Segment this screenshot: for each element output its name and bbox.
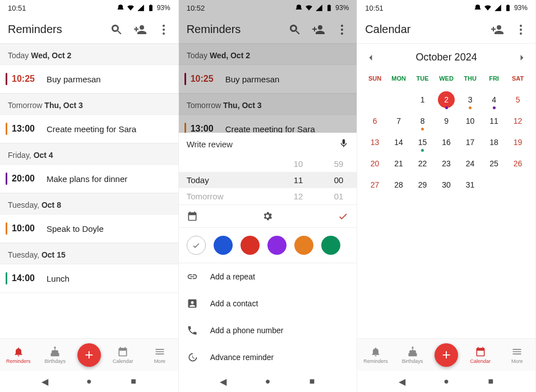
- option-row[interactable]: Add a repeat: [179, 263, 357, 290]
- calendar-day[interactable]: 25: [482, 153, 506, 174]
- calendar-day[interactable]: 21: [387, 153, 411, 174]
- calendar-day[interactable]: 5: [506, 89, 530, 110]
- reminder-item[interactable]: 10:25Buy parmesan: [0, 65, 178, 94]
- calendar-day[interactable]: 19: [506, 132, 530, 153]
- nav-reminders[interactable]: Reminders: [361, 346, 390, 364]
- calendar-day[interactable]: 3: [458, 89, 482, 110]
- option-row[interactable]: Advance reminder: [179, 344, 357, 371]
- calendar-day[interactable]: 31: [458, 174, 482, 195]
- search-icon[interactable]: [110, 23, 123, 36]
- reminder-list[interactable]: Today Wed, Oct 210:25Buy parmesanTomorro…: [0, 44, 178, 338]
- color-option[interactable]: [321, 236, 340, 255]
- reminder-item[interactable]: 14:00Lunch: [0, 264, 178, 293]
- calendar-day[interactable]: 13: [363, 132, 387, 153]
- search-icon[interactable]: [288, 23, 302, 36]
- add-contact-icon[interactable]: [491, 23, 504, 36]
- nav-calendar[interactable]: Calendar: [466, 346, 495, 364]
- calendar-day[interactable]: 29: [410, 174, 435, 195]
- calendar-day[interactable]: 11: [482, 110, 506, 132]
- calendar-day[interactable]: 6: [363, 110, 387, 132]
- time-wheel-row[interactable]: Tomorrow1201: [179, 188, 357, 204]
- color-option[interactable]: [187, 236, 206, 255]
- reminder-item[interactable]: 13:00Create meeting for Sara: [0, 115, 178, 143]
- color-option[interactable]: [214, 236, 233, 255]
- nav-birthdays[interactable]: Birthdays: [40, 346, 70, 364]
- mic-icon[interactable]: [339, 138, 349, 150]
- settings-icon[interactable]: [262, 211, 273, 222]
- nav-birthdays[interactable]: Birthdays: [398, 346, 427, 364]
- fab-add[interactable]: +: [77, 343, 101, 367]
- calendar-day[interactable]: 4: [482, 89, 506, 110]
- status-time: 10:51: [365, 4, 383, 12]
- next-month-icon[interactable]: [516, 52, 528, 63]
- add-contact-icon[interactable]: [312, 23, 325, 36]
- calendar-day[interactable]: 7: [387, 110, 411, 132]
- nav-calendar[interactable]: Calendar: [108, 346, 137, 364]
- nav-more[interactable]: More: [502, 346, 532, 364]
- reminder-text-input[interactable]: Write review: [179, 133, 357, 156]
- add-contact-icon[interactable]: [133, 23, 147, 36]
- back-button[interactable]: ◀: [40, 376, 50, 387]
- time-wheel-row[interactable]: Today1100: [179, 172, 357, 188]
- calendar-day[interactable]: 27: [363, 174, 387, 195]
- calendar-day[interactable]: 28: [387, 174, 411, 195]
- calendar-day[interactable]: 26: [506, 153, 530, 174]
- page-title: Calendar: [365, 23, 480, 36]
- section-header: Tuesday, Oct 8: [0, 193, 178, 214]
- prev-month-icon[interactable]: [365, 52, 376, 63]
- color-option[interactable]: [267, 236, 287, 255]
- header: Calendar: [357, 16, 535, 44]
- reminder-item[interactable]: 10:25Buy parmesan: [179, 65, 357, 94]
- option-icon: [187, 298, 198, 309]
- month-nav: October 2024: [357, 44, 535, 68]
- date-picker-icon[interactable]: [187, 211, 198, 222]
- calendar-day[interactable]: 1: [410, 89, 435, 110]
- dow-header: FRI: [482, 68, 506, 89]
- calendar-day[interactable]: 2: [435, 89, 459, 110]
- more-icon[interactable]: [335, 23, 349, 36]
- calendar-day[interactable]: 30: [435, 174, 459, 195]
- calendar-day[interactable]: 14: [387, 132, 411, 153]
- reminder-item[interactable]: 10:00Speak to Doyle: [0, 214, 178, 243]
- recents-button[interactable]: ■: [486, 376, 496, 386]
- calendar-day[interactable]: 22: [410, 153, 435, 174]
- bottom-nav: Reminders Birthdays + Calendar More: [0, 338, 178, 371]
- calendar-day[interactable]: 18: [482, 132, 506, 153]
- nav-reminders[interactable]: Reminders: [4, 346, 33, 364]
- option-row[interactable]: Add a contact: [179, 290, 357, 317]
- page-title: Reminders: [8, 23, 100, 36]
- calendar-day[interactable]: 15: [410, 132, 435, 153]
- android-nav: ◀ ● ■: [0, 371, 178, 392]
- color-option[interactable]: [241, 236, 260, 255]
- home-button[interactable]: ●: [262, 376, 272, 386]
- home-button[interactable]: ●: [441, 376, 451, 386]
- calendar-day[interactable]: 16: [435, 132, 459, 153]
- color-bar: [6, 272, 7, 284]
- time-picker[interactable]: 1059Today1100Tomorrow1201: [179, 156, 357, 204]
- status-time: 10:51: [8, 4, 26, 12]
- more-icon[interactable]: [514, 23, 528, 36]
- calendar-day[interactable]: 23: [435, 153, 459, 174]
- more-icon[interactable]: [157, 23, 170, 36]
- home-button[interactable]: ●: [84, 376, 94, 386]
- fab-add[interactable]: +: [435, 343, 458, 367]
- color-option[interactable]: [294, 236, 313, 255]
- calendar-day[interactable]: 10: [458, 110, 482, 132]
- recents-button[interactable]: ■: [307, 376, 317, 386]
- calendar-day[interactable]: 9: [435, 110, 459, 132]
- nav-more[interactable]: More: [145, 346, 174, 364]
- month-title: October 2024: [416, 52, 477, 63]
- reminder-item[interactable]: 20:00Make plans for dinner: [0, 165, 178, 193]
- calendar-day[interactable]: 24: [458, 153, 482, 174]
- time-wheel-row[interactable]: 1059: [179, 156, 357, 172]
- calendar-day[interactable]: 17: [458, 132, 482, 153]
- confirm-icon[interactable]: [338, 211, 349, 222]
- recents-button[interactable]: ■: [128, 376, 138, 386]
- reminder-title: Buy parmesan: [225, 74, 280, 84]
- back-button[interactable]: ◀: [397, 376, 407, 387]
- calendar-day[interactable]: 8: [410, 110, 435, 132]
- back-button[interactable]: ◀: [218, 376, 228, 387]
- calendar-day[interactable]: 20: [363, 153, 387, 174]
- calendar-day[interactable]: 12: [506, 110, 530, 132]
- option-row[interactable]: Add a phone number: [179, 317, 357, 344]
